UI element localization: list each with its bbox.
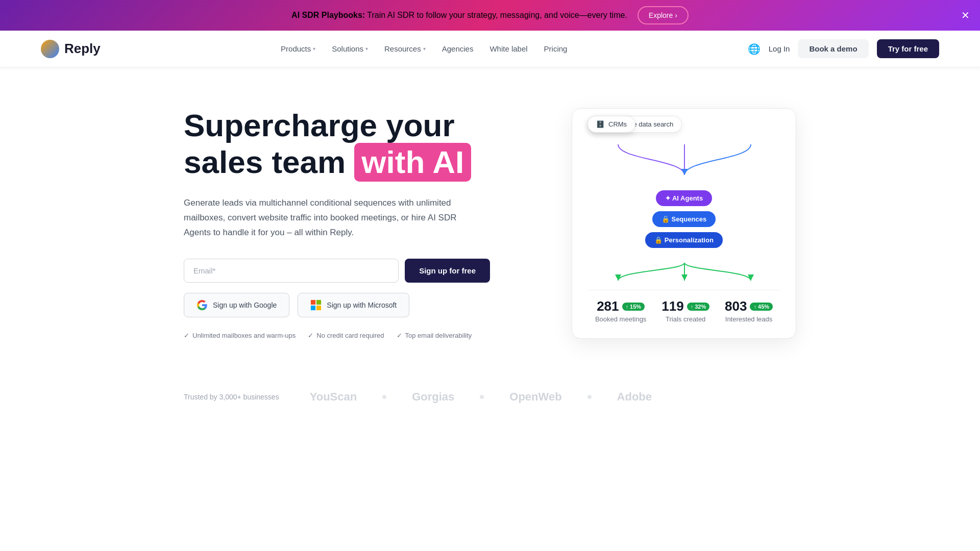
logo-divider-2 [480,395,484,399]
crms-chip: 🗄️ CRMs [587,116,635,133]
logo-adobe: Adobe [617,390,652,404]
stat-interested-leads: 803 ↑ 45% Interested leads [725,298,773,323]
banner-text: AI SDR Playbooks: Train AI SDR to follow… [291,11,627,20]
stats-row: 281 ↑ 15% Booked meetings 119 ↑ 32% T [587,290,780,323]
feature-mailboxes: ✓ Unlimited mailboxes and warm-ups [184,332,296,339]
email-input[interactable] [184,259,399,283]
nav-agencies[interactable]: Agencies [442,44,474,53]
hero-right: AI Chat 🔍 Real-time data search 🗄️ CRMs [572,108,796,339]
stat-number-trials: 119 ↑ 32% [662,298,709,314]
features-list: ✓ Unlimited mailboxes and warm-ups ✓ No … [184,332,490,339]
stat-badge-meetings: ↑ 15% [622,303,645,311]
database-icon: 🗄️ [596,120,604,128]
signup-form: Sign up for free [184,259,490,283]
flow-arrows [587,129,781,190]
stat-badge-trials: ↑ 32% [687,303,710,311]
svg-rect-0 [311,300,315,305]
nav-links: Products▾ Solutions▾ Resources▾ Agencies… [281,44,567,53]
stat-label-meetings: Booked meetings [595,315,646,323]
center-chips: ✦ AI Agents 🔒 Sequences 🔒 Personalizatio… [587,190,780,248]
check-icon-2: ✓ [308,332,313,339]
hero-section: Supercharge your sales team with AI Gene… [82,67,898,370]
stat-number-meetings: 281 ↑ 15% [595,298,646,314]
language-button[interactable]: 🌐 [748,43,761,55]
logo-divider-3 [587,395,592,399]
hero-title: Supercharge your sales team with AI [184,108,490,182]
ai-agents-chip: ✦ AI Agents [656,190,712,206]
stat-booked-meetings: 281 ↑ 15% Booked meetings [595,298,646,323]
nav-pricing[interactable]: Pricing [544,44,568,53]
google-signin-button[interactable]: Sign up with Google [184,293,289,317]
top-banner: AI SDR Playbooks: Train AI SDR to follow… [0,0,980,31]
nav-white-label[interactable]: White label [489,44,527,53]
bottom-arrows [587,260,781,286]
hero-left: Supercharge your sales team with AI Gene… [184,108,490,339]
trusted-logos: YouScan Gorgias OpenWeb Adobe [310,390,652,404]
microsoft-icon [310,299,322,311]
dashboard-card: AI Chat 🔍 Real-time data search 🗄️ CRMs [572,108,796,339]
logo-openweb: OpenWeb [509,390,561,404]
check-icon-3: ✓ [397,332,402,339]
logo-icon [41,40,59,58]
stat-number-leads: 803 ↑ 45% [725,298,773,314]
personalization-chip: 🔒 Personalization [645,232,723,248]
check-icon: ✓ [184,332,189,339]
logo-text: Reply [64,41,101,57]
logo-gorgias: Gorgias [412,390,454,404]
signup-button[interactable]: Sign up for free [405,259,490,283]
svg-rect-3 [316,306,321,310]
try-free-button[interactable]: Try for free [877,39,939,58]
microsoft-signin-button[interactable]: Sign up with Microsoft [298,293,409,317]
svg-rect-1 [316,300,321,305]
login-button[interactable]: Log In [769,44,790,53]
sequences-chip: 🔒 Sequences [652,211,716,227]
hero-highlight: with AI [354,143,471,182]
social-buttons: Sign up with Google Sign up with Microso… [184,293,490,317]
logo-youscan: YouScan [310,390,357,404]
feature-deliverability: ✓ Top email deliverability [397,332,472,339]
google-icon [197,299,208,311]
logo[interactable]: Reply [41,40,101,58]
feature-no-credit: ✓ No credit card required [308,332,384,339]
trusted-label: Trusted by 3,000+ businesses [184,393,279,401]
stat-trials: 119 ↑ 32% Trials created [662,298,709,323]
nav-products[interactable]: Products▾ [281,44,315,53]
stat-label-trials: Trials created [662,315,709,323]
nav-resources[interactable]: Resources▾ [384,44,426,53]
close-banner-button[interactable]: ✕ [961,9,970,21]
logo-divider-1 [382,395,386,399]
nav-right: 🌐 Log In Book a demo Try for free [748,39,939,58]
stat-label-leads: Interested leads [725,315,773,323]
trusted-section: Trusted by 3,000+ businesses YouScan Gor… [82,370,898,424]
explore-button[interactable]: Explore › [638,6,689,24]
hero-description: Generate leads via multichannel conditio… [184,196,470,240]
navbar: Reply Products▾ Solutions▾ Resources▾ Ag… [0,31,980,67]
stat-badge-leads: ↑ 45% [750,303,773,311]
svg-rect-2 [311,306,315,310]
nav-solutions[interactable]: Solutions▾ [332,44,368,53]
book-demo-button[interactable]: Book a demo [798,39,868,58]
